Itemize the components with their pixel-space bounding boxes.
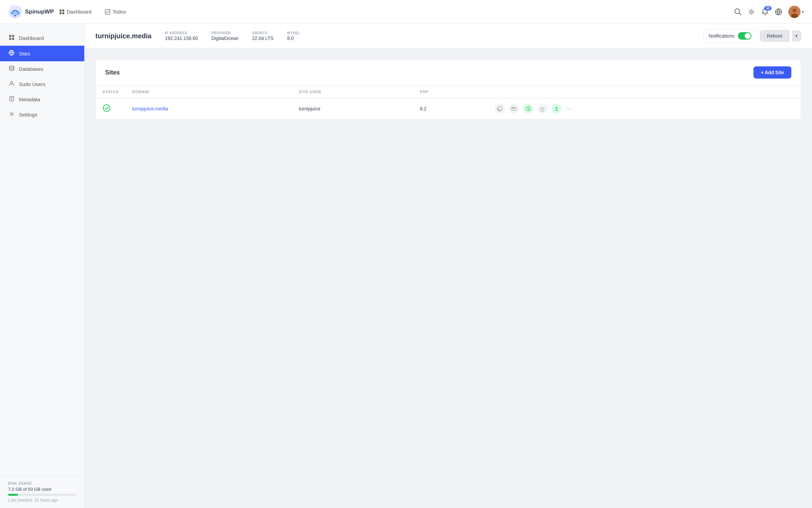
reboot-button[interactable]: Reboot	[760, 30, 789, 42]
server-actions: Notifications Reboot ▾	[703, 29, 801, 43]
mysql-group: MYSQL 8.0	[287, 31, 300, 41]
disk-last-checked: Last checked: 10 hours ago	[8, 498, 76, 503]
server-bar: turnipjuice.media IP ADDRESS 192.241.158…	[85, 24, 812, 48]
row-php: 8.2	[413, 98, 488, 120]
notification-count: 50	[764, 6, 771, 10]
logo: SpinupWP	[8, 5, 54, 19]
add-site-button[interactable]: + Add Site	[753, 66, 791, 79]
svg-point-1	[14, 15, 16, 17]
cache-svg-icon	[511, 106, 516, 111]
ip-label: IP ADDRESS	[165, 31, 198, 35]
provider-group: PROVIDER DigitalOcean	[211, 31, 239, 41]
databases-icon	[8, 65, 15, 72]
col-site-user: SITE USER	[292, 86, 413, 98]
sidebar-item-dashboard[interactable]: Dashboard	[0, 30, 84, 46]
sidebar-dashboard-label: Dashboard	[19, 35, 44, 41]
db-icon	[9, 65, 15, 71]
more-options-icon[interactable]: ···	[566, 105, 574, 112]
notifications-button[interactable]: 50	[761, 8, 769, 16]
server-name: turnipjuice.media	[95, 32, 152, 40]
nav-dashboard[interactable]: Dashboard	[54, 6, 97, 17]
table-row: turnipjuice.media turnipjuice 8.2	[96, 98, 801, 120]
toggle-switch[interactable]	[738, 32, 751, 40]
ubuntu-group: UBUNTU 22.04 LTS	[252, 31, 274, 41]
nav-links: Dashboard Todos	[54, 6, 131, 17]
sites-card-title: Sites	[105, 69, 120, 76]
speedometer-icon	[525, 106, 531, 111]
site-link[interactable]: turnipjuice.media	[132, 106, 168, 111]
metadata-icon	[8, 96, 15, 103]
col-actions	[488, 86, 801, 98]
col-php: PHP	[413, 86, 488, 98]
chevron-down-icon: ▾	[802, 9, 804, 14]
grid-icon	[9, 35, 15, 40]
lock-svg-icon	[540, 106, 544, 111]
cache-icon[interactable]	[509, 104, 519, 114]
dashboard-nav-icon	[59, 9, 65, 15]
check-circle-icon	[103, 104, 111, 112]
app-wrapper: SpinupWP Dashboard Todos	[0, 0, 812, 508]
ip-value: 192.241.158.60	[165, 36, 198, 41]
todos-nav-icon	[105, 9, 110, 15]
sidebar-item-databases[interactable]: Databases	[0, 61, 84, 77]
main-area: Dashboard Sites	[0, 24, 812, 508]
reboot-dropdown-button[interactable]: ▾	[792, 30, 801, 41]
speed-icon[interactable]	[523, 104, 533, 114]
svg-point-31	[513, 107, 514, 108]
avatar-image	[788, 6, 800, 18]
svg-point-26	[103, 105, 110, 111]
sidebar-item-sudo-users[interactable]: Sudo Users	[0, 77, 84, 92]
svg-point-9	[750, 10, 753, 13]
svg-rect-5	[62, 12, 64, 14]
svg-rect-16	[9, 38, 11, 40]
user-menu[interactable]: ▾	[788, 6, 804, 18]
sidebar-databases-label: Databases	[19, 66, 43, 72]
sudo-users-icon	[8, 81, 15, 88]
svg-rect-15	[12, 35, 14, 37]
svg-rect-3	[62, 9, 64, 12]
sidebar-item-sites[interactable]: Sites	[0, 46, 84, 61]
provider-value: DigitalOcean	[211, 36, 239, 41]
svg-point-19	[9, 66, 14, 68]
provider-label: PROVIDER	[211, 31, 239, 35]
svg-point-12	[792, 8, 796, 13]
table-header-row: STATUS DOMAIN SITE USER PHP	[96, 86, 801, 98]
sidebar-item-metadata[interactable]: Metadata	[0, 92, 84, 107]
content-area: turnipjuice.media IP ADDRESS 192.241.158…	[85, 24, 812, 508]
lock-icon[interactable]	[537, 104, 547, 114]
sites-table-head: STATUS DOMAIN SITE USER PHP	[96, 86, 801, 98]
site-actions: ···	[495, 104, 794, 114]
svg-line-8	[739, 13, 741, 15]
content-body: Sites + Add Site STATUS DOMAIN SITE USER…	[85, 48, 812, 508]
sidebar-settings-label: Settings	[19, 112, 37, 118]
upload-svg-icon	[554, 106, 559, 111]
notifications-toggle[interactable]: Notifications	[703, 29, 757, 43]
document-icon	[9, 96, 15, 102]
toggle-knob	[745, 33, 751, 39]
row-status	[96, 98, 126, 120]
settings-button[interactable]	[748, 8, 755, 16]
sites-card-header: Sites + Add Site	[96, 60, 801, 86]
dashboard-icon	[8, 35, 15, 42]
svg-point-30	[512, 107, 513, 108]
wordpress-icon[interactable]	[495, 104, 505, 114]
search-button[interactable]	[734, 8, 742, 16]
disk-usage-area: DISK USAGE 7.2 GB of 50 GB used Last che…	[0, 476, 84, 508]
gear-sidebar-icon	[9, 111, 15, 117]
col-domain: DOMAIN	[126, 86, 292, 98]
sidebar-metadata-label: Metadata	[19, 97, 40, 102]
row-actions: ···	[488, 98, 801, 120]
mysql-value: 8.0	[287, 36, 300, 41]
sidebar-sites-label: Sites	[19, 51, 30, 57]
upload-icon[interactable]	[551, 104, 562, 114]
avatar	[788, 6, 800, 18]
svg-rect-14	[9, 35, 11, 37]
ubuntu-label: UBUNTU	[252, 31, 274, 35]
nav-todos[interactable]: Todos	[99, 6, 131, 17]
globe-button[interactable]	[775, 8, 782, 16]
disk-usage-label: DISK USAGE	[8, 482, 76, 485]
sidebar-item-settings[interactable]: Settings	[0, 107, 84, 122]
sites-table: STATUS DOMAIN SITE USER PHP	[96, 86, 801, 119]
notifications-toggle-label: Notifications	[709, 33, 735, 39]
sites-table-body: turnipjuice.media turnipjuice 8.2	[96, 98, 801, 120]
